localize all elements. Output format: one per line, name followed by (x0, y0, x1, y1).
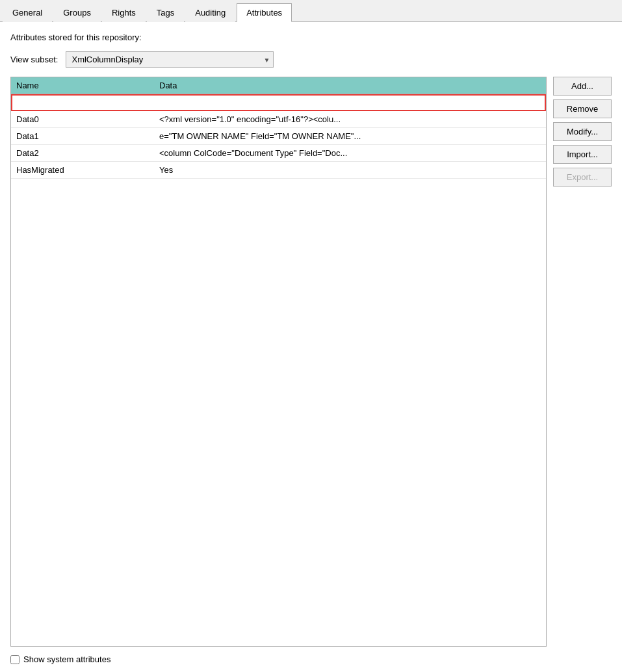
tab-bar: GeneralGroupsRightsTagsAuditingAttribute… (0, 0, 622, 22)
table-header: Name Data (11, 77, 546, 94)
table-row[interactable]: HasMigratedYes (11, 162, 546, 179)
import-button[interactable]: Import... (553, 145, 612, 164)
table-row[interactable]: Data2<column ColCode="Document Type" Fie… (11, 145, 546, 162)
column-header-data: Data (154, 77, 546, 94)
cell-name: Data2 (11, 145, 154, 161)
tab-auditing[interactable]: Auditing (185, 3, 235, 22)
table-row[interactable]: Data0<?xml version="1.0" encoding="utf-1… (11, 111, 546, 128)
cell-data: Yes (154, 162, 546, 178)
footer: Show system attributes (10, 654, 612, 664)
show-system-attributes-checkbox[interactable] (10, 655, 19, 664)
view-subset-row: View subset: XmlColumnDisplayAllDefault … (10, 51, 612, 68)
main-section: Name Data DataMULTI-ATTR:2Data0<?xml ver… (10, 77, 612, 647)
attributes-table: Name Data DataMULTI-ATTR:2Data0<?xml ver… (10, 77, 547, 647)
add-button[interactable]: Add... (553, 77, 612, 96)
table-body[interactable]: DataMULTI-ATTR:2Data0<?xml version="1.0"… (11, 94, 546, 646)
buttons-panel: Add...RemoveModify...Import...Export... (553, 77, 612, 647)
tab-groups[interactable]: Groups (53, 3, 101, 22)
column-header-name: Name (11, 77, 154, 94)
tab-tags[interactable]: Tags (147, 3, 184, 22)
cell-data: e="TM OWNER NAME" Field="TM OWNER NAME".… (154, 128, 546, 144)
modify-button[interactable]: Modify... (553, 122, 612, 141)
cell-data: <column ColCode="Document Type" Field="D… (154, 145, 546, 161)
show-system-attributes-label: Show system attributes (23, 654, 110, 664)
view-subset-label: View subset: (10, 55, 58, 64)
remove-button[interactable]: Remove (553, 99, 612, 118)
table-row[interactable]: Data1e="TM OWNER NAME" Field="TM OWNER N… (11, 128, 546, 145)
description-text: Attributes stored for this repository: (10, 32, 612, 42)
cell-data: MULTI-ATTR:2 (154, 94, 546, 110)
cell-data: <?xml version="1.0" encoding="utf-16"?><… (154, 111, 546, 127)
cell-name: Data0 (11, 111, 154, 127)
table-row[interactable]: DataMULTI-ATTR:2 (11, 94, 546, 111)
content-area: Attributes stored for this repository: V… (0, 22, 622, 672)
view-subset-select[interactable]: XmlColumnDisplayAllDefault (66, 51, 274, 68)
tab-attributes[interactable]: Attributes (237, 3, 292, 22)
cell-name: HasMigrated (11, 162, 154, 178)
cell-name: Data1 (11, 128, 154, 144)
export-button: Export... (553, 168, 612, 187)
view-subset-select-wrapper: XmlColumnDisplayAllDefault ▼ (66, 51, 274, 68)
tab-general[interactable]: General (3, 3, 52, 22)
tab-rights[interactable]: Rights (102, 3, 146, 22)
cell-name: Data (11, 94, 154, 110)
